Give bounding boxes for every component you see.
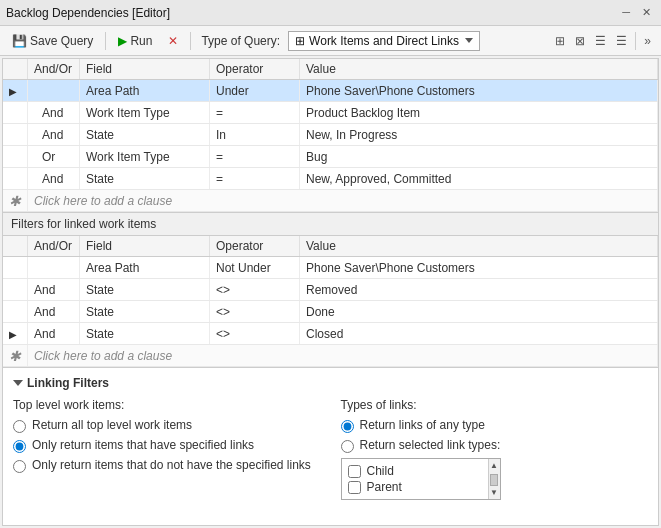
upper-row-1[interactable]: ▶ Area Path Under Phone Saver\Phone Cust… — [3, 80, 658, 102]
row-1-operator[interactable]: Under — [210, 80, 300, 102]
row-4-field[interactable]: Work Item Type — [80, 146, 210, 168]
row-3-value[interactable]: New, In Progress — [300, 124, 658, 146]
radio-selected-types[interactable]: Return selected link types: — [341, 438, 649, 453]
row-5-field[interactable]: State — [80, 168, 210, 190]
linked-row-3-value[interactable]: Done — [300, 301, 658, 323]
row-5-value[interactable]: New, Approved, Committed — [300, 168, 658, 190]
row-5-andor[interactable]: And — [28, 168, 80, 190]
scrollbar-down-icon[interactable]: ▼ — [488, 486, 500, 499]
linked-add-clause-star: ✱ — [3, 345, 28, 367]
linked-row-2-andor[interactable]: And — [28, 279, 80, 301]
linked-section-header: Filters for linked work items — [3, 212, 658, 236]
radio-no-specified-links[interactable]: Only return items that do not have the s… — [13, 458, 321, 473]
linked-row-1-value[interactable]: Phone Saver\Phone Customers — [300, 257, 658, 279]
linked-row-1-andor — [28, 257, 80, 279]
type-label: Type of Query: — [197, 34, 284, 48]
upper-add-clause-row[interactable]: ✱ Click here to add a clause — [3, 190, 658, 212]
row-1-value[interactable]: Phone Saver\Phone Customers — [300, 80, 658, 102]
row-3-andor[interactable]: And — [28, 124, 80, 146]
title-bar-close[interactable]: ✕ — [638, 5, 655, 20]
toolbar-divider-3 — [635, 32, 636, 50]
linked-row-3-andor[interactable]: And — [28, 301, 80, 323]
linked-add-clause-row[interactable]: ✱ Click here to add a clause — [3, 345, 658, 367]
scrollbar-thumb[interactable] — [490, 474, 498, 486]
th-indicator — [3, 59, 28, 80]
row-5-operator[interactable]: = — [210, 168, 300, 190]
toolbar-icon-btn-4[interactable]: ☰ — [612, 32, 631, 50]
row-4-andor[interactable]: Or — [28, 146, 80, 168]
th-andor-upper: And/Or — [28, 59, 80, 80]
stop-button[interactable]: ✕ — [162, 32, 184, 50]
linked-row-1-operator[interactable]: Not Under — [210, 257, 300, 279]
link-type-child[interactable]: Child — [346, 463, 482, 479]
row-3-operator[interactable]: In — [210, 124, 300, 146]
row-4-operator[interactable]: = — [210, 146, 300, 168]
linked-row-4[interactable]: ▶ And State <> Closed — [3, 323, 658, 345]
radio-specified-links-input[interactable] — [13, 440, 26, 453]
toolbar-icon-btn-3[interactable]: ☰ — [591, 32, 610, 50]
row-1-field[interactable]: Area Path — [80, 80, 210, 102]
upper-row-3[interactable]: And State In New, In Progress — [3, 124, 658, 146]
row-4-value[interactable]: Bug — [300, 146, 658, 168]
link-type-parent[interactable]: Parent — [346, 479, 482, 495]
linked-row-2-operator[interactable]: <> — [210, 279, 300, 301]
th-field-upper: Field — [80, 59, 210, 80]
linked-row-1-field[interactable]: Area Path — [80, 257, 210, 279]
upper-add-clause-text[interactable]: Click here to add a clause — [28, 190, 658, 212]
title-bar-pin[interactable]: ─ — [618, 5, 634, 20]
linked-row-4-value[interactable]: Closed — [300, 323, 658, 345]
link-type-parent-checkbox[interactable] — [348, 481, 361, 494]
row-2-operator[interactable]: = — [210, 102, 300, 124]
linked-row-3[interactable]: And State <> Done — [3, 301, 658, 323]
radio-any-type-input[interactable] — [341, 420, 354, 433]
radio-selected-types-input[interactable] — [341, 440, 354, 453]
linked-row-3-operator[interactable]: <> — [210, 301, 300, 323]
row-3-indicator — [3, 124, 28, 146]
run-icon: ▶ — [118, 34, 127, 48]
linked-row-4-operator[interactable]: <> — [210, 323, 300, 345]
radio-no-specified-links-input[interactable] — [13, 460, 26, 473]
toolbar-icon-btn-1[interactable]: ⊞ — [551, 32, 569, 50]
row-2-andor[interactable]: And — [28, 102, 80, 124]
linked-row-4-field[interactable]: State — [80, 323, 210, 345]
query-type-dropdown[interactable]: ⊞ Work Items and Direct Links — [288, 31, 480, 51]
link-type-child-checkbox[interactable] — [348, 465, 361, 478]
scrollbar-up-icon[interactable]: ▲ — [488, 459, 500, 472]
row-5-indicator — [3, 168, 28, 190]
save-icon: 💾 — [12, 34, 27, 48]
link-types-box: Child Parent ▲ ▼ — [341, 458, 501, 500]
save-query-button[interactable]: 💾 Save Query — [6, 32, 99, 50]
row-3-field[interactable]: State — [80, 124, 210, 146]
th-value-upper: Value — [300, 59, 658, 80]
stop-icon: ✕ — [168, 34, 178, 48]
linking-filters-section: Linking Filters Top level work items: Re… — [3, 367, 658, 508]
radio-any-type[interactable]: Return links of any type — [341, 418, 649, 433]
th-linked-andor: And/Or — [28, 236, 80, 257]
upper-row-4[interactable]: Or Work Item Type = Bug — [3, 146, 658, 168]
linked-row-2-field[interactable]: State — [80, 279, 210, 301]
radio-all-top-level-input[interactable] — [13, 420, 26, 433]
row-1-indicator: ▶ — [3, 80, 28, 102]
toolbar-icon-btn-2[interactable]: ⊠ — [571, 32, 589, 50]
linked-row-2-value[interactable]: Removed — [300, 279, 658, 301]
upper-row-2[interactable]: And Work Item Type = Product Backlog Ite… — [3, 102, 658, 124]
th-linked-indicator — [3, 236, 28, 257]
toolbar-overflow-button[interactable]: » — [640, 32, 655, 50]
toolbar-divider-2 — [190, 32, 191, 50]
run-button[interactable]: ▶ Run — [112, 32, 158, 50]
linked-row-4-andor[interactable]: And — [28, 323, 80, 345]
lf-left: Top level work items: Return all top lev… — [13, 398, 321, 500]
linked-row-1[interactable]: Area Path Not Under Phone Saver\Phone Cu… — [3, 257, 658, 279]
linked-row-1-indicator — [3, 257, 28, 279]
linked-add-clause-text[interactable]: Click here to add a clause — [28, 345, 658, 367]
upper-row-5[interactable]: And State = New, Approved, Committed — [3, 168, 658, 190]
linked-row-3-field[interactable]: State — [80, 301, 210, 323]
radio-all-top-level[interactable]: Return all top level work items — [13, 418, 321, 433]
linking-filters-body: Top level work items: Return all top lev… — [13, 398, 648, 500]
row-2-field[interactable]: Work Item Type — [80, 102, 210, 124]
title-bar-text: Backlog Dependencies [Editor] — [6, 6, 170, 20]
row-2-value[interactable]: Product Backlog Item — [300, 102, 658, 124]
linked-row-2[interactable]: And State <> Removed — [3, 279, 658, 301]
radio-specified-links[interactable]: Only return items that have specified li… — [13, 438, 321, 453]
row-4-indicator — [3, 146, 28, 168]
